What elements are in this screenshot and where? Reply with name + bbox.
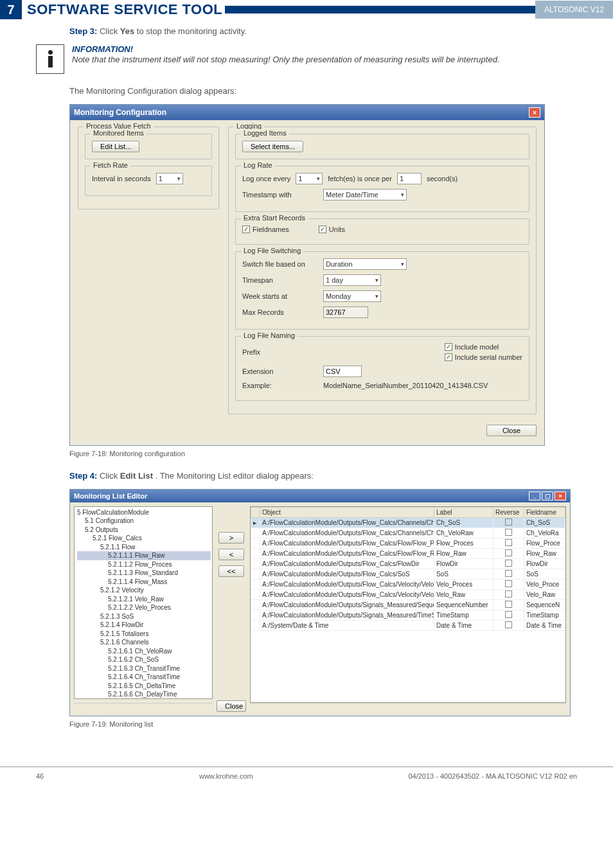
table-row[interactable]: A:/FlowCalculationModule/Outputs/Flow_Ca…: [251, 538, 565, 548]
tree-node[interactable]: 5.2.1.2.2 Velo_Proces: [77, 603, 211, 612]
tree-node[interactable]: 5.1 Configuration: [77, 517, 211, 526]
tree-node[interactable]: 5 FlowCalculationModule: [77, 508, 211, 517]
tree-node[interactable]: 5.2.1.6.2 Ch_SoS: [77, 655, 211, 664]
page-footer: 46 www.krohne.com 04/2013 - 4002643502 -…: [0, 766, 613, 790]
tree-node[interactable]: 5.2.1.5 Totalisers: [77, 630, 211, 639]
extra-start-records-group: Extra Start Records ✓Fieldnames ✓Units: [235, 218, 529, 245]
close-button[interactable]: Close: [486, 425, 537, 436]
once-per-readonly: 1: [397, 173, 422, 184]
dialog2-title: Monitoring List Editor: [74, 492, 147, 500]
log-rate-group: Log Rate Log once every 1▾ fetch(es) is …: [235, 166, 529, 212]
interval-select[interactable]: 1▾: [156, 173, 183, 184]
include-serial-checkbox[interactable]: ✓Include serial number: [445, 353, 522, 361]
tree-node[interactable]: 5.2.1 Flow_Calcs: [77, 534, 211, 543]
close-icon[interactable]: ×: [529, 107, 540, 118]
tree-scrollbar[interactable]: [74, 703, 213, 712]
log-file-naming-group: Log File Naming Prefix ✓Include model ✓I…: [235, 336, 529, 401]
product-badge: ALTOSONIC V12: [535, 1, 613, 19]
info-body: Note that the instrument itself will not…: [72, 54, 500, 66]
col-object[interactable]: Object: [260, 507, 434, 517]
weekstart-select[interactable]: Monday▾: [323, 290, 381, 302]
page-header: 7 SOFTWARE SERVICE TOOL ALTOSONIC V12: [0, 0, 613, 19]
figure-7-18-caption: Figure 7-18: Monitoring configuration: [69, 450, 577, 457]
tree-node[interactable]: 5.2.1.6.5 Ch_DeltaTime: [77, 682, 211, 691]
fieldnames-checkbox[interactable]: ✓Fieldnames: [242, 226, 289, 233]
transfer-buttons: > < << Close: [217, 506, 246, 712]
tree-node[interactable]: 5.2.1.6.3 Ch_TransitTime: [77, 664, 211, 673]
dialog2-titlebar[interactable]: Monitoring List Editor _ ▢ ×: [70, 490, 570, 502]
tree-node[interactable]: 5.2.1.2 Velocity: [77, 586, 211, 595]
table-row[interactable]: A:/FlowCalculationModule/Outputs/Flow_Ca…: [251, 589, 565, 599]
tree-node[interactable]: 5.2.1.6.6 Ch_DelayTime: [77, 690, 211, 699]
table-row[interactable]: A:/FlowCalculationModule/Outputs/Flow_Ca…: [251, 569, 565, 579]
tree-node[interactable]: 5.2.1.6.1 Ch_VeloRaw: [77, 647, 211, 656]
table-row[interactable]: A:/FlowCalculationModule/Outputs/Flow_Ca…: [251, 579, 565, 589]
header-rule: [225, 6, 535, 13]
section-title: SOFTWARE SERVICE TOOL: [27, 1, 222, 18]
table-row[interactable]: A:/FlowCalculationModule/Outputs/Flow_Ca…: [251, 527, 565, 538]
tree-panel[interactable]: 5 FlowCalculationModule5.1 Configuration…: [74, 506, 213, 699]
editor-close-button[interactable]: Close: [217, 700, 246, 712]
info-title: INFORMATION!: [72, 44, 500, 54]
example-value: ModelName_SerialNumber_20110420_141348.C…: [323, 382, 488, 389]
table-row[interactable]: A:/FlowCalculationModule/Outputs/Flow_Ca…: [251, 558, 565, 569]
units-checkbox[interactable]: ✓Units: [319, 226, 345, 233]
fetch-rate-group: Fetch Rate Interval in seconds 1▾: [85, 166, 212, 196]
info-icon: [36, 44, 64, 74]
tree-node[interactable]: 5.2.1.4 FlowDir: [77, 621, 211, 630]
tree-node[interactable]: 5.2.1.1.4 Flow_Mass: [77, 578, 211, 587]
figure-7-19-caption: Figure 7-19: Monitoring list: [69, 720, 577, 728]
footer-doc: 04/2013 - 4002643502 - MA ALTOSONIC V12 …: [408, 772, 577, 780]
monitored-items-group: Monitored Items Edit List...: [85, 134, 212, 159]
tree-node[interactable]: 5.2.1.6.4 Ch_TransitTime: [77, 673, 211, 682]
process-value-fetch-group: Process Value Fetch Monitored Items Edit…: [78, 127, 219, 209]
col-fieldname[interactable]: Fieldname: [524, 507, 565, 517]
timestamp-select[interactable]: Meter Date/Time▾: [323, 189, 407, 200]
log-file-switching-group: Log File Switching Switch file based onD…: [235, 251, 529, 330]
step-4: Step 4: Click Edit List . The Monitoring…: [69, 470, 577, 483]
selected-items-table[interactable]: Object Label Reverse Fieldname ▸A:/FlowC…: [250, 506, 566, 703]
step-3: Step 3: Click Yes to stop the monitoring…: [69, 26, 577, 38]
minimize-icon[interactable]: _: [529, 492, 540, 500]
monitoring-list-editor-dialog: Monitoring List Editor _ ▢ × 5 FlowCalcu…: [69, 489, 571, 716]
select-items-button[interactable]: Select items...: [242, 141, 303, 152]
tree-node[interactable]: 5.2.1.1.2 Flow_Proces: [77, 560, 211, 569]
timespan-select[interactable]: 1 day▾: [323, 274, 381, 286]
tree-node[interactable]: 5.2.1.2.1 Velo_Raw: [77, 595, 211, 604]
table-scrollbar[interactable]: [250, 703, 566, 712]
table-row[interactable]: A:/FlowCalculationModule/Outputs/Signals…: [251, 599, 565, 610]
table-row[interactable]: A:/FlowCalculationModule/Outputs/Flow_Ca…: [251, 548, 565, 558]
dialog-titlebar[interactable]: Monitoring Configuration ×: [70, 105, 544, 120]
step-4-editlist: Edit List: [120, 471, 153, 481]
maximize-icon[interactable]: ▢: [542, 492, 553, 500]
move-all-left-button[interactable]: <<: [218, 565, 244, 577]
dialog-title: Monitoring Configuration: [74, 108, 166, 117]
tree-node[interactable]: 5.2 Outputs: [77, 526, 211, 535]
tree-node[interactable]: 5.2.1.1.3 Flow_Standard: [77, 569, 211, 578]
tree-node[interactable]: 5.2.1.6 Channels: [77, 638, 211, 647]
close-icon[interactable]: ×: [555, 492, 566, 500]
tree-node[interactable]: 5.2.1.1.1 Flow_Raw: [77, 551, 211, 560]
info-text: INFORMATION! Note that the instrument it…: [72, 44, 500, 66]
intro-2: The Monitoring Configuration dialog appe…: [69, 85, 577, 98]
tree-node[interactable]: 5.2.1.1 Flow: [77, 543, 211, 552]
switch-file-select[interactable]: Duration▾: [323, 258, 407, 270]
include-model-checkbox[interactable]: ✓Include model: [445, 343, 522, 351]
edit-list-button[interactable]: Edit List...: [92, 141, 139, 152]
col-label[interactable]: Label: [434, 507, 493, 517]
col-reverse[interactable]: Reverse: [493, 507, 524, 517]
step-3-yes: Yes: [120, 26, 134, 36]
table-row[interactable]: A:/System/Date & TimeDate & TimeDate & T…: [251, 620, 565, 630]
monitoring-configuration-dialog: Monitoring Configuration × Process Value…: [69, 104, 545, 446]
extension-input[interactable]: [323, 366, 362, 377]
step-4-label: Step 4:: [69, 471, 97, 481]
table-row[interactable]: A:/FlowCalculationModule/Outputs/Signals…: [251, 610, 565, 620]
move-left-button[interactable]: <: [218, 549, 244, 560]
page-number: 46: [36, 772, 44, 780]
step-3-label: Step 3:: [69, 26, 97, 36]
max-records-input: [323, 306, 368, 318]
tree-node[interactable]: 5.2.1.3 SoS: [77, 612, 211, 621]
move-right-button[interactable]: >: [218, 532, 244, 544]
log-every-select[interactable]: 1▾: [296, 173, 323, 184]
table-row[interactable]: ▸A:/FlowCalculationModule/Outputs/Flow_C…: [251, 517, 565, 527]
